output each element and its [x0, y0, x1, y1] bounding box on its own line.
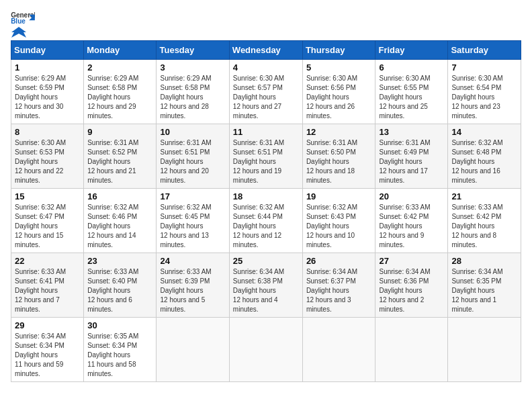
sunset-label: Sunset: 6:51 PM: [160, 148, 210, 156]
cell-content: Sunrise: 6:32 AM Sunset: 6:46 PM Dayligh…: [87, 203, 152, 250]
calendar-cell: 11 Sunrise: 6:31 AM Sunset: 6:51 PM Dayl…: [229, 124, 302, 189]
daylight-value: 12 hours and 27 minutes.: [233, 103, 281, 120]
day-number: 30: [87, 320, 152, 330]
calendar-week-row: 8 Sunrise: 6:30 AM Sunset: 6:53 PM Dayli…: [11, 124, 521, 189]
cell-content: Sunrise: 6:29 AM Sunset: 6:59 PM Dayligh…: [15, 74, 80, 121]
calendar-cell: 26 Sunrise: 6:34 AM Sunset: 6:37 PM Dayl…: [302, 253, 375, 318]
daylight-value: 12 hours and 1 minute.: [451, 296, 496, 313]
cell-content: Sunrise: 6:29 AM Sunset: 6:58 PM Dayligh…: [87, 74, 152, 121]
calendar-cell: 1 Sunrise: 6:29 AM Sunset: 6:59 PM Dayli…: [11, 60, 84, 124]
calendar-week-row: 22 Sunrise: 6:33 AM Sunset: 6:41 PM Dayl…: [11, 253, 521, 318]
calendar-cell: [302, 318, 375, 382]
sunset-label: Sunset: 6:47 PM: [15, 213, 64, 220]
daylight-label: Daylight hours: [160, 158, 203, 165]
calendar-cell: 7 Sunrise: 6:30 AM Sunset: 6:54 PM Dayli…: [448, 60, 521, 124]
sunrise-label: Sunrise: 6:31 AM: [233, 139, 284, 146]
daylight-value: 12 hours and 2 minutes.: [379, 296, 424, 313]
daylight-label: Daylight hours: [451, 93, 494, 101]
sunrise-label: Sunrise: 6:30 AM: [15, 139, 66, 146]
sunset-label: Sunset: 6:36 PM: [379, 277, 429, 285]
cell-content: Sunrise: 6:32 AM Sunset: 6:44 PM Dayligh…: [233, 203, 299, 250]
cell-content: Sunrise: 6:33 AM Sunset: 6:40 PM Dayligh…: [87, 267, 152, 314]
calendar-cell: 23 Sunrise: 6:33 AM Sunset: 6:40 PM Dayl…: [84, 253, 157, 318]
sunrise-label: Sunrise: 6:33 AM: [87, 268, 138, 275]
calendar-cell: 4 Sunrise: 6:30 AM Sunset: 6:57 PM Dayli…: [229, 60, 302, 124]
calendar-cell: 13 Sunrise: 6:31 AM Sunset: 6:49 PM Dayl…: [375, 124, 448, 189]
daylight-value: 12 hours and 13 minutes.: [160, 232, 208, 248]
day-number: 25: [233, 256, 299, 266]
sunset-label: Sunset: 6:39 PM: [160, 277, 210, 285]
calendar-cell: 8 Sunrise: 6:30 AM Sunset: 6:53 PM Dayli…: [11, 124, 84, 189]
cell-content: Sunrise: 6:33 AM Sunset: 6:42 PM Dayligh…: [379, 203, 444, 250]
calendar-week-row: 29 Sunrise: 6:34 AM Sunset: 6:34 PM Dayl…: [11, 318, 521, 382]
calendar-week-row: 15 Sunrise: 6:32 AM Sunset: 6:47 PM Dayl…: [11, 189, 521, 253]
daylight-value: 11 hours and 58 minutes.: [87, 361, 136, 377]
sunset-label: Sunset: 6:58 PM: [87, 84, 137, 91]
sunrise-label: Sunrise: 6:30 AM: [306, 75, 357, 82]
day-number: 12: [306, 127, 372, 137]
calendar-cell: 29 Sunrise: 6:34 AM Sunset: 6:34 PM Dayl…: [11, 318, 84, 382]
sunset-label: Sunset: 6:53 PM: [15, 148, 64, 156]
daylight-value: 12 hours and 25 minutes.: [379, 103, 427, 120]
cell-content: Sunrise: 6:33 AM Sunset: 6:39 PM Dayligh…: [160, 267, 225, 314]
daylight-value: 12 hours and 8 minutes.: [451, 232, 496, 248]
sunrise-label: Sunrise: 6:32 AM: [306, 203, 357, 211]
calendar-cell: 5 Sunrise: 6:30 AM Sunset: 6:56 PM Dayli…: [302, 60, 375, 124]
sunset-label: Sunset: 6:44 PM: [233, 213, 283, 220]
sunset-label: Sunset: 6:35 PM: [451, 277, 501, 285]
cell-content: Sunrise: 6:33 AM Sunset: 6:42 PM Dayligh…: [451, 203, 517, 250]
sunrise-label: Sunrise: 6:30 AM: [451, 75, 502, 82]
day-number: 17: [160, 191, 225, 201]
calendar-cell: 15 Sunrise: 6:32 AM Sunset: 6:47 PM Dayl…: [11, 189, 84, 253]
daylight-label: Daylight hours: [87, 222, 130, 230]
sunset-label: Sunset: 6:34 PM: [87, 342, 137, 349]
calendar-cell: 27 Sunrise: 6:34 AM Sunset: 6:36 PM Dayl…: [375, 253, 448, 318]
calendar-cell: 18 Sunrise: 6:32 AM Sunset: 6:44 PM Dayl…: [229, 189, 302, 253]
sunrise-label: Sunrise: 6:34 AM: [233, 268, 284, 275]
day-number: 2: [87, 62, 152, 73]
day-number: 29: [15, 320, 80, 330]
sunrise-label: Sunrise: 6:32 AM: [87, 203, 138, 211]
daylight-label: Daylight hours: [306, 158, 349, 165]
daylight-value: 12 hours and 26 minutes.: [306, 103, 355, 120]
calendar-cell: 6 Sunrise: 6:30 AM Sunset: 6:55 PM Dayli…: [375, 60, 448, 124]
cell-content: Sunrise: 6:32 AM Sunset: 6:48 PM Dayligh…: [451, 138, 517, 185]
daylight-label: Daylight hours: [451, 158, 494, 165]
sunrise-label: Sunrise: 6:32 AM: [451, 139, 502, 146]
sunrise-label: Sunrise: 6:32 AM: [233, 203, 284, 211]
daylight-value: 12 hours and 18 minutes.: [306, 167, 355, 184]
sunset-label: Sunset: 6:43 PM: [306, 213, 356, 220]
calendar-cell: 21 Sunrise: 6:33 AM Sunset: 6:42 PM Dayl…: [448, 189, 521, 253]
svg-marker-3: [11, 27, 26, 38]
cell-content: Sunrise: 6:31 AM Sunset: 6:50 PM Dayligh…: [306, 138, 372, 185]
sunrise-label: Sunrise: 6:31 AM: [306, 139, 357, 146]
daylight-value: 12 hours and 30 minutes.: [15, 103, 63, 120]
cell-content: Sunrise: 6:30 AM Sunset: 6:57 PM Dayligh…: [233, 74, 299, 121]
logo-icon: General Blue: [11, 11, 35, 24]
day-number: 18: [233, 191, 299, 201]
cell-content: Sunrise: 6:31 AM Sunset: 6:51 PM Dayligh…: [233, 138, 299, 185]
sunset-label: Sunset: 6:40 PM: [87, 277, 137, 285]
daylight-value: 12 hours and 6 minutes.: [87, 296, 132, 313]
cell-content: Sunrise: 6:32 AM Sunset: 6:45 PM Dayligh…: [160, 203, 225, 250]
daylight-label: Daylight hours: [233, 222, 276, 230]
daylight-value: 12 hours and 20 minutes.: [160, 167, 208, 184]
sunset-label: Sunset: 6:52 PM: [87, 148, 137, 156]
weekday-header: Monday: [84, 41, 157, 60]
calendar-week-row: 1 Sunrise: 6:29 AM Sunset: 6:59 PM Dayli…: [11, 60, 521, 124]
cell-content: Sunrise: 6:31 AM Sunset: 6:52 PM Dayligh…: [87, 138, 152, 185]
calendar-cell: 12 Sunrise: 6:31 AM Sunset: 6:50 PM Dayl…: [302, 124, 375, 189]
daylight-label: Daylight hours: [15, 287, 58, 294]
daylight-label: Daylight hours: [15, 93, 58, 101]
calendar-cell: 24 Sunrise: 6:33 AM Sunset: 6:39 PM Dayl…: [157, 253, 229, 318]
daylight-value: 12 hours and 22 minutes.: [15, 167, 63, 184]
page-header: General Blue: [11, 11, 521, 35]
svg-text:Blue: Blue: [11, 17, 26, 24]
sunrise-label: Sunrise: 6:33 AM: [160, 268, 211, 275]
cell-content: Sunrise: 6:30 AM Sunset: 6:53 PM Dayligh…: [15, 138, 80, 185]
daylight-value: 12 hours and 16 minutes.: [451, 167, 500, 184]
sunset-label: Sunset: 6:45 PM: [160, 213, 210, 220]
calendar-cell: 20 Sunrise: 6:33 AM Sunset: 6:42 PM Dayl…: [375, 189, 448, 253]
sunrise-label: Sunrise: 6:29 AM: [87, 75, 138, 82]
cell-content: Sunrise: 6:30 AM Sunset: 6:56 PM Dayligh…: [306, 74, 372, 121]
